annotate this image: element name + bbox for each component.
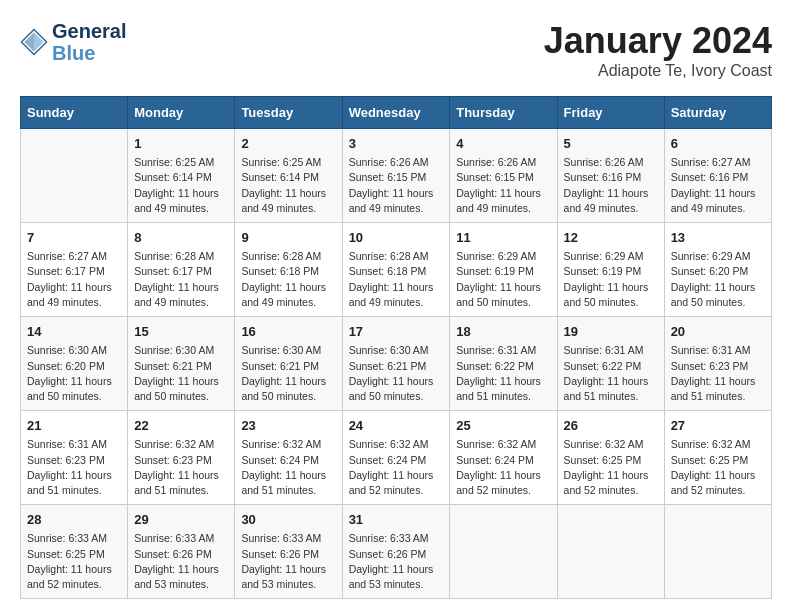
calendar-cell: 10Sunrise: 6:28 AM Sunset: 6:18 PM Dayli… — [342, 223, 450, 317]
day-info: Sunrise: 6:27 AM Sunset: 6:17 PM Dayligh… — [27, 249, 121, 310]
calendar-cell: 18Sunrise: 6:31 AM Sunset: 6:22 PM Dayli… — [450, 317, 557, 411]
calendar-cell: 8Sunrise: 6:28 AM Sunset: 6:17 PM Daylig… — [128, 223, 235, 317]
page-header: General Blue January 2024 Adiapote Te, I… — [20, 20, 772, 80]
day-number: 16 — [241, 323, 335, 341]
day-number: 26 — [564, 417, 658, 435]
header-tuesday: Tuesday — [235, 97, 342, 129]
day-number: 23 — [241, 417, 335, 435]
calendar-cell: 26Sunrise: 6:32 AM Sunset: 6:25 PM Dayli… — [557, 411, 664, 505]
day-info: Sunrise: 6:27 AM Sunset: 6:16 PM Dayligh… — [671, 155, 765, 216]
day-number: 25 — [456, 417, 550, 435]
calendar-cell: 19Sunrise: 6:31 AM Sunset: 6:22 PM Dayli… — [557, 317, 664, 411]
day-number: 30 — [241, 511, 335, 529]
day-info: Sunrise: 6:32 AM Sunset: 6:25 PM Dayligh… — [671, 437, 765, 498]
day-number: 7 — [27, 229, 121, 247]
day-info: Sunrise: 6:30 AM Sunset: 6:21 PM Dayligh… — [349, 343, 444, 404]
header-sunday: Sunday — [21, 97, 128, 129]
day-number: 2 — [241, 135, 335, 153]
day-number: 15 — [134, 323, 228, 341]
day-info: Sunrise: 6:31 AM Sunset: 6:22 PM Dayligh… — [564, 343, 658, 404]
calendar-cell: 27Sunrise: 6:32 AM Sunset: 6:25 PM Dayli… — [664, 411, 771, 505]
calendar-cell: 6Sunrise: 6:27 AM Sunset: 6:16 PM Daylig… — [664, 129, 771, 223]
day-info: Sunrise: 6:29 AM Sunset: 6:19 PM Dayligh… — [564, 249, 658, 310]
day-number: 19 — [564, 323, 658, 341]
calendar-cell: 30Sunrise: 6:33 AM Sunset: 6:26 PM Dayli… — [235, 505, 342, 599]
calendar-cell: 28Sunrise: 6:33 AM Sunset: 6:25 PM Dayli… — [21, 505, 128, 599]
day-info: Sunrise: 6:32 AM Sunset: 6:24 PM Dayligh… — [349, 437, 444, 498]
day-number: 31 — [349, 511, 444, 529]
day-info: Sunrise: 6:33 AM Sunset: 6:25 PM Dayligh… — [27, 531, 121, 592]
logo-line2: Blue — [52, 42, 126, 64]
day-number: 20 — [671, 323, 765, 341]
day-info: Sunrise: 6:32 AM Sunset: 6:25 PM Dayligh… — [564, 437, 658, 498]
header-saturday: Saturday — [664, 97, 771, 129]
logo-icon — [20, 28, 48, 56]
calendar-cell: 21Sunrise: 6:31 AM Sunset: 6:23 PM Dayli… — [21, 411, 128, 505]
header-thursday: Thursday — [450, 97, 557, 129]
calendar-cell: 4Sunrise: 6:26 AM Sunset: 6:15 PM Daylig… — [450, 129, 557, 223]
day-info: Sunrise: 6:31 AM Sunset: 6:23 PM Dayligh… — [27, 437, 121, 498]
calendar-header-row: SundayMondayTuesdayWednesdayThursdayFrid… — [21, 97, 772, 129]
day-info: Sunrise: 6:33 AM Sunset: 6:26 PM Dayligh… — [134, 531, 228, 592]
day-info: Sunrise: 6:32 AM Sunset: 6:24 PM Dayligh… — [456, 437, 550, 498]
day-number: 11 — [456, 229, 550, 247]
calendar-cell: 13Sunrise: 6:29 AM Sunset: 6:20 PM Dayli… — [664, 223, 771, 317]
calendar-cell: 1Sunrise: 6:25 AM Sunset: 6:14 PM Daylig… — [128, 129, 235, 223]
day-number: 24 — [349, 417, 444, 435]
calendar-cell: 12Sunrise: 6:29 AM Sunset: 6:19 PM Dayli… — [557, 223, 664, 317]
calendar-cell: 9Sunrise: 6:28 AM Sunset: 6:18 PM Daylig… — [235, 223, 342, 317]
title-block: January 2024 Adiapote Te, Ivory Coast — [544, 20, 772, 80]
day-number: 1 — [134, 135, 228, 153]
logo-line1: General — [52, 20, 126, 42]
calendar-cell — [557, 505, 664, 599]
day-number: 8 — [134, 229, 228, 247]
calendar-cell: 14Sunrise: 6:30 AM Sunset: 6:20 PM Dayli… — [21, 317, 128, 411]
day-info: Sunrise: 6:26 AM Sunset: 6:16 PM Dayligh… — [564, 155, 658, 216]
calendar-cell: 31Sunrise: 6:33 AM Sunset: 6:26 PM Dayli… — [342, 505, 450, 599]
month-title: January 2024 — [544, 20, 772, 62]
day-info: Sunrise: 6:30 AM Sunset: 6:21 PM Dayligh… — [241, 343, 335, 404]
calendar-cell: 17Sunrise: 6:30 AM Sunset: 6:21 PM Dayli… — [342, 317, 450, 411]
calendar-cell: 2Sunrise: 6:25 AM Sunset: 6:14 PM Daylig… — [235, 129, 342, 223]
calendar-cell: 11Sunrise: 6:29 AM Sunset: 6:19 PM Dayli… — [450, 223, 557, 317]
day-info: Sunrise: 6:30 AM Sunset: 6:21 PM Dayligh… — [134, 343, 228, 404]
header-monday: Monday — [128, 97, 235, 129]
day-number: 4 — [456, 135, 550, 153]
calendar-cell: 22Sunrise: 6:32 AM Sunset: 6:23 PM Dayli… — [128, 411, 235, 505]
day-info: Sunrise: 6:31 AM Sunset: 6:23 PM Dayligh… — [671, 343, 765, 404]
header-friday: Friday — [557, 97, 664, 129]
header-wednesday: Wednesday — [342, 97, 450, 129]
day-number: 6 — [671, 135, 765, 153]
calendar-cell: 15Sunrise: 6:30 AM Sunset: 6:21 PM Dayli… — [128, 317, 235, 411]
calendar-cell: 5Sunrise: 6:26 AM Sunset: 6:16 PM Daylig… — [557, 129, 664, 223]
day-number: 29 — [134, 511, 228, 529]
day-number: 14 — [27, 323, 121, 341]
calendar-cell: 24Sunrise: 6:32 AM Sunset: 6:24 PM Dayli… — [342, 411, 450, 505]
calendar-cell: 20Sunrise: 6:31 AM Sunset: 6:23 PM Dayli… — [664, 317, 771, 411]
day-number: 17 — [349, 323, 444, 341]
calendar-week-2: 7Sunrise: 6:27 AM Sunset: 6:17 PM Daylig… — [21, 223, 772, 317]
logo: General Blue — [20, 20, 126, 64]
day-info: Sunrise: 6:26 AM Sunset: 6:15 PM Dayligh… — [456, 155, 550, 216]
day-info: Sunrise: 6:25 AM Sunset: 6:14 PM Dayligh… — [241, 155, 335, 216]
day-number: 21 — [27, 417, 121, 435]
calendar-cell: 29Sunrise: 6:33 AM Sunset: 6:26 PM Dayli… — [128, 505, 235, 599]
calendar-cell — [450, 505, 557, 599]
day-info: Sunrise: 6:28 AM Sunset: 6:18 PM Dayligh… — [349, 249, 444, 310]
day-info: Sunrise: 6:28 AM Sunset: 6:18 PM Dayligh… — [241, 249, 335, 310]
location: Adiapote Te, Ivory Coast — [544, 62, 772, 80]
day-info: Sunrise: 6:26 AM Sunset: 6:15 PM Dayligh… — [349, 155, 444, 216]
calendar-week-5: 28Sunrise: 6:33 AM Sunset: 6:25 PM Dayli… — [21, 505, 772, 599]
calendar-cell: 25Sunrise: 6:32 AM Sunset: 6:24 PM Dayli… — [450, 411, 557, 505]
calendar-cell — [664, 505, 771, 599]
day-info: Sunrise: 6:32 AM Sunset: 6:24 PM Dayligh… — [241, 437, 335, 498]
day-number: 27 — [671, 417, 765, 435]
day-number: 5 — [564, 135, 658, 153]
day-info: Sunrise: 6:33 AM Sunset: 6:26 PM Dayligh… — [241, 531, 335, 592]
calendar-week-4: 21Sunrise: 6:31 AM Sunset: 6:23 PM Dayli… — [21, 411, 772, 505]
day-info: Sunrise: 6:28 AM Sunset: 6:17 PM Dayligh… — [134, 249, 228, 310]
day-info: Sunrise: 6:30 AM Sunset: 6:20 PM Dayligh… — [27, 343, 121, 404]
day-info: Sunrise: 6:29 AM Sunset: 6:20 PM Dayligh… — [671, 249, 765, 310]
day-number: 12 — [564, 229, 658, 247]
day-number: 9 — [241, 229, 335, 247]
